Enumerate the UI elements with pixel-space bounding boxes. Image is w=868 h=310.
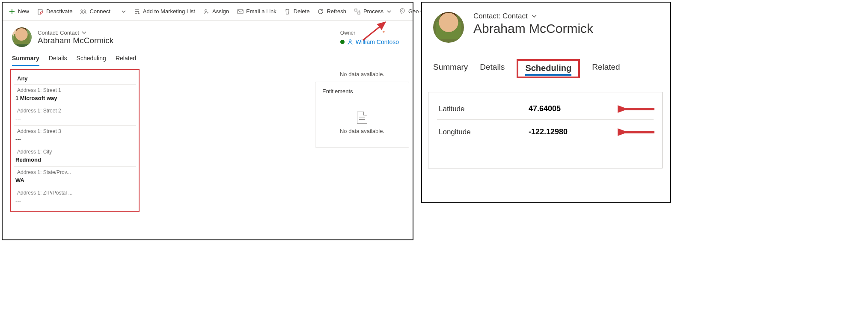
assign-icon [203, 8, 210, 15]
required-star: * [383, 30, 385, 36]
location-pin-icon [399, 8, 406, 15]
trash-icon [284, 8, 291, 15]
longitude-row: Longitude -122.12980 [437, 120, 654, 142]
tab-details[interactable]: Details [49, 55, 67, 66]
contact-avatar [433, 12, 464, 43]
street3-value[interactable]: --- [11, 135, 139, 146]
email-link-button[interactable]: Email a Link [233, 6, 280, 17]
svg-rect-5 [238, 9, 243, 14]
owner-value[interactable]: William Contoso [340, 38, 399, 45]
tab-summary[interactable]: Summary [12, 55, 39, 66]
command-bar: New Deactivate Connect Add to Marketing … [3, 3, 413, 21]
right-screenshot: Contact: Contact Abraham McCormick Summa… [421, 2, 671, 203]
svg-rect-6 [355, 9, 357, 11]
delete-button[interactable]: Delete [281, 6, 313, 17]
presence-icon [340, 40, 345, 44]
svg-point-1 [40, 12, 43, 15]
new-button[interactable]: New [5, 6, 33, 17]
street1-value[interactable]: 1 Microsoft way [11, 94, 139, 105]
street2-value[interactable]: --- [11, 115, 139, 125]
city-value[interactable]: Redmond [11, 156, 139, 166]
connect-button[interactable]: Connect [77, 6, 113, 17]
state-value[interactable]: WA [11, 176, 139, 187]
left-screenshot: New Deactivate Connect Add to Marketing … [2, 2, 413, 240]
svg-point-8 [401, 10, 403, 11]
refresh-icon [317, 8, 324, 15]
longitude-value[interactable]: -122.12980 [529, 127, 568, 136]
tab-related[interactable]: Related [116, 55, 136, 66]
chevron-down-icon [122, 9, 126, 14]
deactivate-icon [37, 8, 44, 15]
no-data-text: No data available. [315, 69, 409, 82]
deactivate-button[interactable]: Deactivate [33, 6, 76, 17]
email-icon [237, 8, 244, 15]
street1-label: Address 1: Street 1 [11, 85, 139, 94]
refresh-button[interactable]: Refresh [314, 6, 350, 17]
breadcrumb-text: Contact: Contact [38, 30, 79, 36]
latitude-row: Latitude 47.64005 [437, 97, 654, 120]
add-marketing-button[interactable]: Add to Marketing List [130, 6, 199, 17]
annotation-arrow-longitude [618, 127, 656, 137]
email-link-label: Email a Link [246, 8, 276, 15]
record-title: Abraham McCormick [38, 36, 113, 45]
record-header: Contact: Contact Abraham McCormick [422, 3, 670, 44]
person-icon [347, 39, 353, 45]
latitude-value[interactable]: 47.64005 [529, 104, 561, 113]
svg-point-2 [81, 9, 83, 11]
chevron-down-icon [531, 13, 537, 19]
connect-dropdown[interactable] [117, 8, 129, 15]
longitude-label: Longitude [439, 128, 529, 136]
svg-point-9 [349, 39, 351, 41]
street2-label: Address 1: Street 2 [11, 105, 139, 115]
delete-label: Delete [294, 8, 310, 15]
annotation-arrow-latitude [618, 104, 656, 114]
coordinates-section: Latitude 47.64005 Longitude -122.12980 [428, 92, 663, 168]
address-section-highlight: Any Address 1: Street 1 1 Microsoft way … [10, 69, 140, 212]
zip-label: Address 1: ZIP/Postal ... [11, 187, 139, 197]
new-label: New [18, 8, 29, 15]
form-body: Any Address 1: Street 1 1 Microsoft way … [3, 67, 413, 215]
plus-icon [9, 8, 15, 15]
zip-value[interactable]: --- [11, 197, 139, 207]
entitlements-empty-state: No data available. [322, 112, 402, 134]
tab-scheduling[interactable]: Scheduling [525, 63, 571, 76]
chevron-down-icon [82, 30, 86, 35]
entity-breadcrumb[interactable]: Contact: Contact [473, 12, 593, 21]
state-label: Address 1: State/Prov... [11, 167, 139, 176]
document-icon [357, 112, 367, 124]
entity-breadcrumb[interactable]: Contact: Contact [38, 30, 113, 36]
contact-avatar [12, 27, 32, 47]
owner-field: Owner * William Contoso [340, 30, 403, 45]
tab-scheduling[interactable]: Scheduling [77, 55, 106, 66]
tab-scheduling-highlight: Scheduling [517, 59, 580, 78]
city-label: Address 1: City [11, 146, 139, 156]
record-header: Contact: Contact Abraham McCormick Owner… [3, 21, 413, 49]
street3-label: Address 1: Street 3 [11, 126, 139, 135]
svg-rect-7 [358, 12, 360, 14]
entitlements-title: Entitlements [322, 88, 402, 94]
record-title: Abraham McCormick [473, 21, 593, 36]
svg-point-4 [205, 9, 207, 12]
deactivate-label: Deactivate [46, 8, 72, 15]
latitude-label: Latitude [439, 105, 529, 113]
refresh-label: Refresh [327, 8, 346, 15]
breadcrumb-text: Contact: Contact [473, 12, 528, 21]
form-tabs: Summary Details Scheduling Related [422, 44, 670, 78]
chevron-down-icon [387, 9, 391, 14]
process-button[interactable]: Process [351, 6, 395, 17]
tab-details[interactable]: Details [480, 62, 505, 75]
connect-icon [80, 8, 87, 15]
svg-point-3 [84, 9, 86, 11]
owner-name: William Contoso [356, 38, 399, 45]
entitlements-empty-text: No data available. [340, 128, 384, 134]
assign-button[interactable]: Assign [199, 6, 232, 17]
process-label: Process [363, 8, 383, 15]
connect-label: Connect [89, 8, 110, 15]
list-add-icon [134, 8, 140, 15]
entitlements-card: Entitlements No data available. [315, 82, 409, 148]
address-any-label: Any [11, 73, 139, 84]
tab-related[interactable]: Related [592, 62, 620, 75]
tab-summary[interactable]: Summary [433, 62, 468, 75]
assign-label: Assign [212, 8, 229, 15]
process-icon [354, 8, 361, 15]
